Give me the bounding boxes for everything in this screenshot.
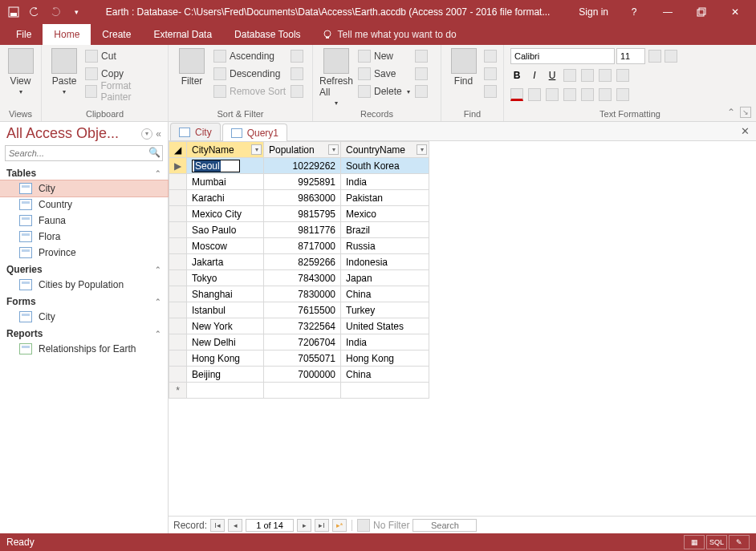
new-row-selector[interactable]: * bbox=[169, 383, 187, 399]
nav-item-province[interactable]: Province bbox=[0, 245, 168, 261]
cell-population[interactable]: 7206704 bbox=[264, 334, 341, 350]
copy-button[interactable]: Copy bbox=[85, 66, 161, 82]
cell-countryname[interactable]: China bbox=[341, 367, 429, 383]
nav-group-queries[interactable]: Queries⌃ bbox=[0, 261, 168, 277]
restore-icon[interactable] bbox=[685, 0, 717, 24]
cell-countryname[interactable]: Mexico bbox=[341, 206, 429, 222]
nav-item-fauna[interactable]: Fauna bbox=[0, 213, 168, 229]
doc-tab-city[interactable]: City bbox=[170, 123, 221, 140]
cell-cityname[interactable]: Hong Kong bbox=[187, 350, 264, 367]
cut-button[interactable]: Cut bbox=[85, 48, 161, 64]
cell-population[interactable]: 7615500 bbox=[264, 302, 341, 318]
tab-home[interactable]: Home bbox=[43, 24, 91, 45]
format-painter-button[interactable]: Format Painter bbox=[85, 83, 161, 99]
cell-population[interactable]: 10229262 bbox=[264, 158, 341, 174]
new-row[interactable]: * bbox=[169, 383, 429, 399]
paste-button[interactable]: Paste▾ bbox=[48, 48, 80, 95]
column-header-cityname[interactable]: CityName▾ bbox=[187, 142, 264, 158]
font-name-input[interactable] bbox=[510, 48, 615, 64]
cell-countryname[interactable]: Turkey bbox=[341, 302, 429, 318]
table-row[interactable]: Jakarta 8259266 Indonesia bbox=[169, 254, 429, 270]
cell-countryname[interactable]: China bbox=[341, 286, 429, 302]
tab-database-tools[interactable]: Database Tools bbox=[223, 24, 312, 45]
design-view-switch[interactable]: ✎ bbox=[729, 535, 750, 549]
cell-population[interactable]: 7830000 bbox=[264, 286, 341, 302]
spelling-button[interactable] bbox=[415, 66, 428, 82]
nav-menu-icon[interactable]: ▾ bbox=[141, 128, 152, 140]
remove-sort-button[interactable]: Remove Sort bbox=[213, 83, 286, 99]
row-selector[interactable] bbox=[169, 334, 187, 350]
cell-countryname[interactable]: Pakistan bbox=[341, 190, 429, 206]
bold-button[interactable]: B bbox=[510, 70, 523, 81]
goto-button[interactable] bbox=[484, 66, 497, 82]
align-left-button[interactable] bbox=[563, 87, 576, 103]
table-row[interactable]: Hong Kong 7055071 Hong Kong bbox=[169, 350, 429, 367]
cell-population[interactable]: 9863000 bbox=[264, 190, 341, 206]
column-header-countryname[interactable]: CountryName▾ bbox=[341, 142, 429, 158]
font-size-input[interactable] bbox=[616, 48, 645, 64]
undo-icon[interactable] bbox=[26, 3, 43, 21]
fill-color-button[interactable] bbox=[546, 87, 559, 103]
find-button[interactable]: Find bbox=[448, 48, 479, 87]
cell-countryname[interactable]: South Korea bbox=[341, 158, 429, 174]
table-row[interactable]: New York 7322564 United States bbox=[169, 318, 429, 334]
cell-countryname[interactable]: United States bbox=[341, 318, 429, 334]
cell-countryname[interactable]: India bbox=[341, 334, 429, 350]
row-selector[interactable] bbox=[169, 302, 187, 318]
nav-group-forms[interactable]: Forms⌃ bbox=[0, 293, 168, 309]
row-selector[interactable] bbox=[169, 222, 187, 238]
new-record-nav-button[interactable]: ▸* bbox=[332, 519, 347, 532]
row-selector[interactable] bbox=[169, 206, 187, 222]
table-row[interactable]: Mexico City 9815795 Mexico bbox=[169, 206, 429, 222]
row-selector[interactable] bbox=[169, 318, 187, 334]
cell-cityname[interactable]: New Delhi bbox=[187, 334, 264, 350]
shutter-bar-icon[interactable]: « bbox=[156, 128, 161, 140]
table-row[interactable]: Istanbul 7615500 Turkey bbox=[169, 302, 429, 318]
no-filter-indicator[interactable]: No Filter bbox=[357, 517, 409, 533]
filter-dropdown-icon[interactable]: ▾ bbox=[328, 144, 339, 155]
cell-countryname[interactable]: Japan bbox=[341, 270, 429, 286]
cell-cityname[interactable]: Karachi bbox=[187, 190, 264, 206]
nav-item-flora[interactable]: Flora bbox=[0, 229, 168, 245]
table-row[interactable]: ▶ Seoul 10229262 South Korea bbox=[169, 158, 429, 174]
nav-header[interactable]: All Access Obje... bbox=[6, 125, 119, 142]
cell-population[interactable]: 7843000 bbox=[264, 270, 341, 286]
numbering-button[interactable] bbox=[665, 48, 677, 64]
new-record-button[interactable]: New bbox=[358, 48, 410, 64]
align-center-button[interactable] bbox=[581, 87, 594, 103]
row-selector[interactable] bbox=[169, 286, 187, 302]
record-position-input[interactable] bbox=[246, 519, 294, 532]
sign-in-link[interactable]: Sign in bbox=[571, 0, 616, 24]
refresh-all-button[interactable]: Refresh All▾ bbox=[319, 48, 353, 107]
cell-cityname[interactable]: Mumbai bbox=[187, 174, 264, 190]
toggle-filter-button[interactable] bbox=[291, 83, 303, 99]
record-search-input[interactable] bbox=[413, 519, 477, 532]
cell-population[interactable]: 8259266 bbox=[264, 254, 341, 270]
nav-item-cities-by-population[interactable]: Cities by Population bbox=[0, 277, 168, 293]
cell-cityname[interactable]: Moscow bbox=[187, 238, 264, 254]
totals-button[interactable] bbox=[415, 48, 428, 64]
dialog-launcher-icon[interactable]: ↘ bbox=[740, 107, 751, 118]
doc-tab-query1[interactable]: Query1 bbox=[222, 124, 287, 141]
cell-population[interactable]: 7322564 bbox=[264, 318, 341, 334]
table-row[interactable]: Karachi 9863000 Pakistan bbox=[169, 190, 429, 206]
row-selector[interactable] bbox=[169, 254, 187, 270]
cell-countryname[interactable]: Hong Kong bbox=[341, 350, 429, 367]
close-icon[interactable]: ✕ bbox=[719, 0, 751, 24]
advanced-filter-button[interactable] bbox=[291, 66, 303, 82]
descending-button[interactable]: Descending bbox=[213, 66, 286, 82]
row-selector[interactable] bbox=[169, 238, 187, 254]
close-tab-icon[interactable]: ✕ bbox=[741, 125, 750, 137]
select-button[interactable] bbox=[484, 83, 497, 99]
nav-item-country[interactable]: Country bbox=[0, 196, 168, 213]
indent-right-button[interactable] bbox=[581, 67, 594, 83]
qat-customize-icon[interactable]: ▾ bbox=[67, 3, 85, 21]
ascending-button[interactable]: Ascending bbox=[213, 48, 286, 64]
row-selector[interactable] bbox=[169, 190, 187, 206]
nav-group-tables[interactable]: Tables⌃ bbox=[0, 164, 168, 180]
tell-me-box[interactable]: Tell me what you want to do bbox=[312, 24, 466, 45]
text-direction-button[interactable] bbox=[599, 67, 612, 83]
tab-external-data[interactable]: External Data bbox=[142, 24, 223, 45]
last-record-button[interactable]: ▸I bbox=[315, 519, 329, 532]
cell-countryname[interactable]: Brazil bbox=[341, 222, 429, 238]
